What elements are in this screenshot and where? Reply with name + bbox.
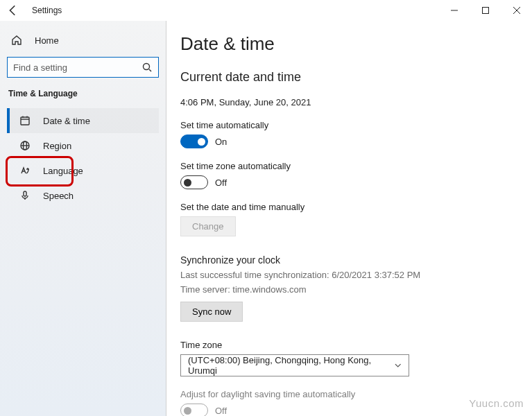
back-button[interactable] <box>7 4 19 17</box>
window-title: Settings <box>32 6 62 15</box>
timezone-dropdown[interactable]: (UTC+08:00) Beijing, Chongqing, Hong Kon… <box>180 354 409 376</box>
sidebar-section-title: Time & Language <box>7 85 159 101</box>
sidebar-nav: Date & time Region Language Speech <box>7 108 159 208</box>
sidebar-item-date-time[interactable]: Date & time <box>7 108 159 133</box>
svg-rect-6 <box>21 117 29 125</box>
last-sync-text: Last successful time synchronization: 6/… <box>180 270 513 280</box>
set-time-auto-state: On <box>215 137 227 147</box>
dst-toggle <box>180 404 208 416</box>
close-button[interactable] <box>501 0 532 21</box>
watermark: Yuucn.com <box>469 397 524 409</box>
set-tz-auto-state: Off <box>215 177 227 188</box>
globe-icon <box>19 140 31 151</box>
maximize-button[interactable] <box>470 0 501 21</box>
current-datetime-value: 4:06 PM, Sunday, June 20, 2021 <box>180 97 513 107</box>
sync-now-button[interactable]: Sync now <box>180 302 243 322</box>
sidebar-item-label: Region <box>43 141 71 151</box>
page-title: Date & time <box>180 33 513 55</box>
home-button[interactable]: Home <box>7 31 159 50</box>
time-server-text: Time server: time.windows.com <box>180 284 513 295</box>
sidebar-item-label: Date & time <box>43 116 90 126</box>
timezone-label: Time zone <box>180 340 513 350</box>
search-box[interactable] <box>7 57 159 78</box>
set-tz-auto-toggle[interactable] <box>180 175 208 189</box>
dst-state: Off <box>215 406 227 416</box>
calendar-icon <box>19 115 31 126</box>
microphone-icon <box>19 190 31 201</box>
titlebar: Settings <box>0 0 532 21</box>
sidebar-item-region[interactable]: Region <box>7 133 159 158</box>
home-label: Home <box>35 35 59 46</box>
search-icon <box>141 62 153 73</box>
set-tz-auto-label: Set time zone automatically <box>180 161 513 171</box>
timezone-value: (UTC+08:00) Beijing, Chongqing, Hong Kon… <box>188 355 394 376</box>
svg-rect-13 <box>24 191 26 196</box>
svg-point-4 <box>144 64 150 70</box>
sidebar-item-language[interactable]: Language <box>7 158 159 183</box>
set-manual-label: Set the date and time manually <box>180 202 513 212</box>
minimize-button[interactable] <box>438 0 470 21</box>
set-time-auto-toggle[interactable] <box>180 135 208 148</box>
search-input[interactable] <box>13 62 141 73</box>
dst-label: Adjust for daylight saving time automati… <box>180 389 513 399</box>
sidebar-item-label: Language <box>43 166 83 176</box>
home-icon <box>11 35 22 46</box>
svg-rect-1 <box>482 8 488 14</box>
change-button: Change <box>180 216 236 236</box>
sidebar-item-label: Speech <box>43 191 74 201</box>
set-time-auto-label: Set time automatically <box>180 120 513 130</box>
language-icon <box>19 165 31 176</box>
svg-line-5 <box>149 69 151 71</box>
sync-heading: Synchronize your clock <box>180 254 513 266</box>
chevron-down-icon <box>394 361 402 370</box>
sidebar: Home Time & Language Date & time Region <box>0 21 166 416</box>
sidebar-item-speech[interactable]: Speech <box>7 183 159 208</box>
main-pane: Date & time Current date and time 4:06 P… <box>166 21 532 416</box>
current-datetime-heading: Current date and time <box>180 70 513 85</box>
